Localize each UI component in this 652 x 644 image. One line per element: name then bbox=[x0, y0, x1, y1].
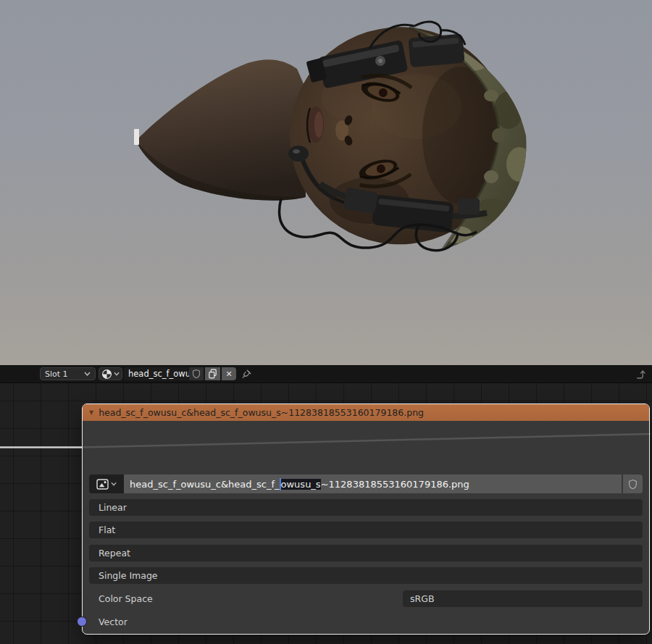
shield-icon bbox=[192, 369, 201, 379]
sync-view-button[interactable] bbox=[632, 367, 648, 380]
x-icon: ✕ bbox=[225, 369, 232, 379]
node-title: head_sc_f_owusu_c&head_sc_f_owusu_s~1128… bbox=[99, 407, 424, 418]
image-texture-node[interactable]: ▼ head_sc_f_owusu_c&head_sc_f_owusu_s~11… bbox=[82, 403, 650, 635]
shield-icon bbox=[628, 479, 638, 490]
elbow-up-arrow-icon bbox=[635, 369, 646, 380]
pin-button[interactable] bbox=[238, 367, 255, 380]
duplicate-icon bbox=[208, 369, 217, 379]
vector-input-socket[interactable] bbox=[77, 616, 87, 627]
rendered-head-model bbox=[130, 16, 536, 255]
filename-text-selected: owusu_s bbox=[281, 479, 321, 490]
interpolation-select[interactable]: Linear bbox=[89, 499, 643, 516]
viewport-marker bbox=[134, 129, 139, 145]
image-toolbar: Slot 1 head_sc_f_owusu ✕ bbox=[0, 365, 652, 383]
vector-input-row: Vector bbox=[83, 614, 643, 630]
browse-image-button[interactable] bbox=[99, 367, 122, 380]
source-select[interactable]: Single Image bbox=[89, 567, 643, 584]
vector-label: Vector bbox=[99, 614, 128, 630]
collapse-arrow-icon[interactable]: ▼ bbox=[89, 410, 93, 416]
color-space-select[interactable]: sRGB bbox=[403, 590, 643, 607]
filename-text-before: head_sc_f_owusu_c&head_sc_f_ bbox=[130, 479, 280, 490]
shader-node-editor[interactable]: ▼ head_sc_f_owusu_c&head_sc_f_owusu_s~11… bbox=[0, 383, 652, 644]
image-name-field[interactable]: head_sc_f_owusu bbox=[124, 367, 188, 380]
fake-user-button[interactable] bbox=[189, 367, 204, 380]
chevron-down-icon bbox=[84, 372, 91, 376]
extension-select[interactable]: Repeat bbox=[89, 545, 643, 561]
unlink-image-button[interactable]: ✕ bbox=[222, 367, 236, 380]
node-header[interactable]: ▼ head_sc_f_owusu_c&head_sc_f_owusu_s~11… bbox=[83, 404, 649, 421]
chevron-down-icon bbox=[111, 482, 117, 486]
color-space-label: Color Space bbox=[99, 590, 153, 607]
picture-icon bbox=[96, 479, 109, 490]
slot-dropdown-label: Slot 1 bbox=[45, 369, 68, 379]
slot-dropdown[interactable]: Slot 1 bbox=[40, 367, 96, 380]
filename-text-after: ~11283818553160179186.png bbox=[321, 479, 469, 490]
new-image-copy-button[interactable] bbox=[205, 367, 220, 380]
chevron-down-icon bbox=[114, 372, 120, 376]
image-browse-button[interactable] bbox=[89, 474, 124, 493]
pin-icon bbox=[241, 369, 252, 380]
image-fake-user-button[interactable] bbox=[623, 474, 643, 493]
image-filename-input[interactable]: head_sc_f_owusu_c&head_sc_f_owusu_s~1128… bbox=[124, 474, 622, 493]
browse-image-sphere-icon bbox=[101, 369, 112, 380]
projection-select[interactable]: Flat bbox=[89, 522, 643, 538]
image-datablock-row: head_sc_f_owusu_c&head_sc_f_owusu_s~1128… bbox=[89, 474, 643, 493]
color-space-row: Color Space sRGB bbox=[89, 590, 643, 607]
3d-viewport[interactable] bbox=[0, 0, 652, 365]
